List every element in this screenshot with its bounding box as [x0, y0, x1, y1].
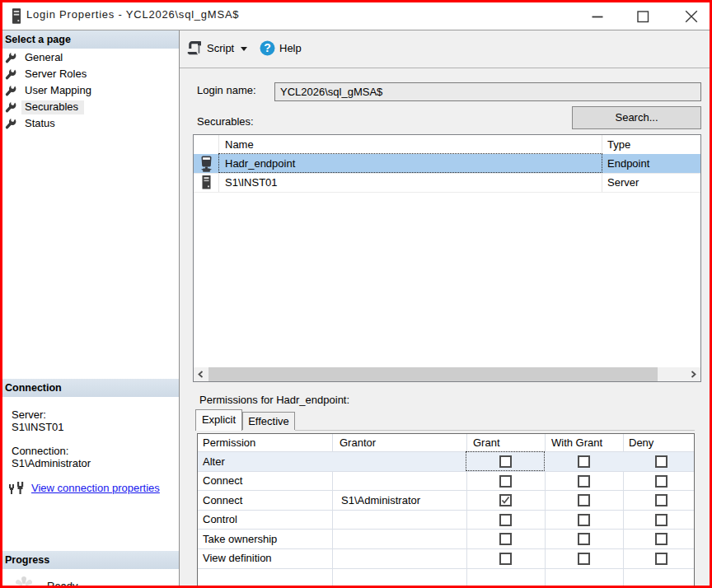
svg-text:?: ?: [264, 41, 271, 54]
